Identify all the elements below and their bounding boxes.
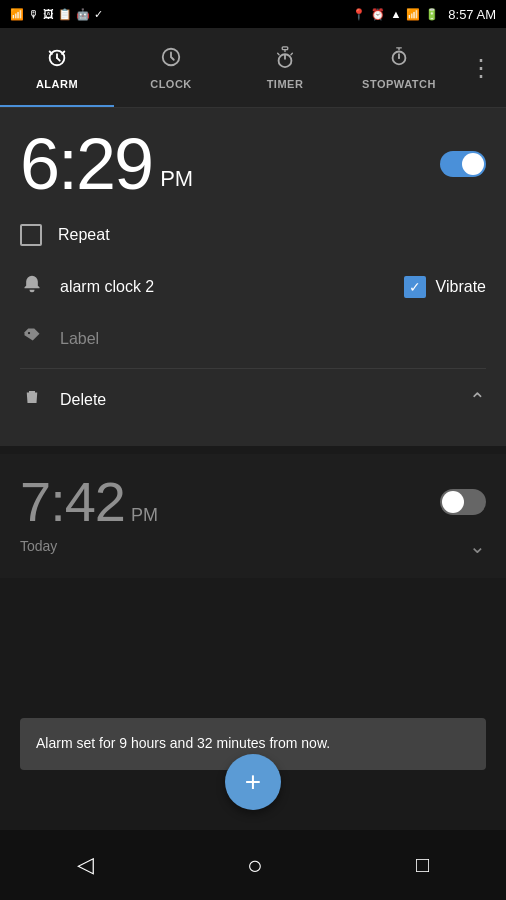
vibrate-checkbox[interactable] — [404, 276, 426, 298]
clock-tab-icon — [160, 46, 182, 73]
tab-alarm-label: ALARM — [36, 78, 78, 90]
icon-android: 🤖 — [76, 8, 90, 21]
icon-check: ✓ — [94, 8, 103, 21]
icon-wifi: ▲ — [390, 8, 401, 20]
expand-icon[interactable]: ⌄ — [469, 534, 486, 558]
alarm-1-label-row[interactable]: Label — [20, 313, 486, 364]
collapse-icon[interactable]: ⌃ — [469, 388, 486, 412]
tab-clock-label: CLOCK — [150, 78, 192, 90]
alarm-2-time-row: 7:42 PM — [20, 474, 486, 530]
back-icon: ◁ — [77, 852, 94, 878]
icon-nfc: 📋 — [58, 8, 72, 21]
icon-wifi-calling: 📶 — [10, 8, 24, 21]
tab-bar: ALARM CLOCK TIMER — [0, 28, 506, 108]
status-bar: 📶 🎙 🖼 📋 🤖 ✓ 📍 ⏰ ▲ 📶 🔋 8:57 AM — [0, 0, 506, 28]
tab-alarm[interactable]: ALARM — [0, 28, 114, 107]
tab-stopwatch[interactable]: STOPWATCH — [342, 28, 456, 107]
tab-timer[interactable]: TIMER — [228, 28, 342, 107]
tab-timer-label: TIMER — [267, 78, 304, 90]
trash-icon — [20, 387, 44, 412]
icon-image: 🖼 — [43, 8, 54, 20]
timer-tab-icon — [274, 46, 296, 73]
alarm-1-card: 6:29 PM Repeat alarm clock 2 Vibrate — [0, 108, 506, 446]
more-options-button[interactable]: ⋮ — [456, 28, 506, 107]
alarm-1-toggle[interactable] — [440, 151, 486, 177]
stopwatch-tab-icon — [388, 46, 410, 73]
alarm-1-ampm: PM — [160, 166, 193, 192]
recents-icon: □ — [416, 852, 429, 878]
alarm-2-toggle-switch[interactable] — [440, 489, 486, 515]
tab-clock[interactable]: CLOCK — [114, 28, 228, 107]
vibrate-label: Vibrate — [436, 278, 486, 296]
alarm-1-time[interactable]: 6:29 — [20, 128, 152, 200]
tag-icon — [20, 327, 44, 350]
repeat-label: Repeat — [58, 226, 486, 244]
icon-alarm: ⏰ — [371, 8, 385, 21]
delete-label: Delete — [60, 391, 453, 409]
alarm-2-time-wrap: 7:42 PM — [20, 474, 158, 530]
home-icon: ○ — [247, 850, 263, 881]
snackbar-message: Alarm set for 9 hours and 32 minutes fro… — [36, 735, 330, 751]
divider-1 — [20, 368, 486, 369]
alarm-1-toggle-switch[interactable] — [440, 151, 486, 177]
svg-point-6 — [398, 57, 400, 59]
alarm-name-label[interactable]: alarm clock 2 — [60, 278, 388, 296]
home-button[interactable]: ○ — [247, 850, 263, 881]
alarm-tab-icon — [46, 46, 68, 73]
vibrate-section: Vibrate — [404, 276, 486, 298]
alarm-2-today-row: Today ⌄ — [20, 534, 486, 558]
svg-point-1 — [56, 57, 58, 59]
status-time: 8:57 AM — [448, 7, 496, 22]
tab-stopwatch-label: STOPWATCH — [362, 78, 436, 90]
icon-battery: 🔋 — [425, 8, 439, 21]
alarm-1-delete-row[interactable]: Delete ⌃ — [20, 373, 486, 426]
add-alarm-button[interactable]: + — [225, 754, 281, 810]
alarm-1-name-row: alarm clock 2 Vibrate — [20, 260, 486, 313]
icon-signal: 📶 — [406, 8, 420, 21]
alarm-2-toggle[interactable] — [440, 489, 486, 515]
alarm-1-repeat-row[interactable]: Repeat — [20, 210, 486, 260]
svg-point-7 — [28, 332, 30, 334]
back-button[interactable]: ◁ — [77, 852, 94, 878]
bell-icon — [20, 274, 44, 299]
alarm-2-ampm: PM — [131, 505, 158, 526]
status-icons: 📶 🎙 🖼 📋 🤖 ✓ — [10, 8, 103, 21]
alarm-2-today-label: Today — [20, 538, 469, 554]
repeat-checkbox[interactable] — [20, 224, 42, 246]
add-icon: + — [245, 766, 261, 798]
recents-button[interactable]: □ — [416, 852, 429, 878]
icon-mic: 🎙 — [28, 8, 39, 20]
nav-bar: ◁ ○ □ — [0, 830, 506, 900]
alarm-2-card[interactable]: 7:42 PM Today ⌄ — [0, 454, 506, 578]
alarm-2-time[interactable]: 7:42 — [20, 474, 125, 530]
label-placeholder: Label — [60, 330, 99, 348]
icon-gps: 📍 — [352, 8, 366, 21]
alarm-1-time-row: 6:29 PM — [20, 108, 486, 210]
